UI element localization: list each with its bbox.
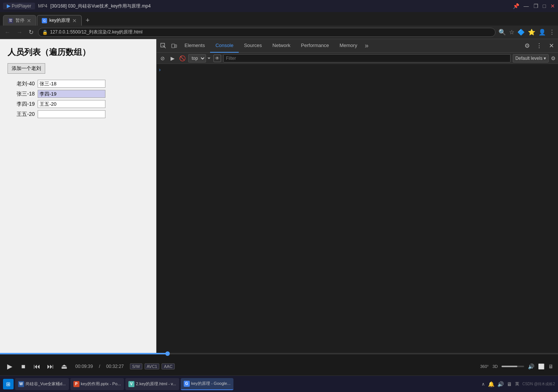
devtools-panel: Elements Console Sources Network Perform… <box>156 39 558 353</box>
taskbar-display-icon[interactable]: 🖥 <box>507 381 512 387</box>
list-item: 王五-20 <box>17 110 149 118</box>
menu-button[interactable]: ⋮ <box>549 29 555 36</box>
reload-button[interactable]: ↻ <box>27 28 35 36</box>
tab-memory[interactable]: Memory <box>334 39 363 53</box>
browser2-icon: G <box>184 381 190 387</box>
list-item-input-4[interactable] <box>38 110 105 118</box>
profile-button[interactable]: 👤 <box>538 29 546 36</box>
tab-network[interactable]: Network <box>267 39 296 53</box>
taskbar-bell-icon[interactable]: 🔔 <box>488 381 494 387</box>
taskbar-up-icon[interactable]: ∧ <box>482 381 485 387</box>
taskbar-volume-icon[interactable]: 🔊 <box>497 381 504 387</box>
tab-elements[interactable]: Elements <box>179 39 210 53</box>
extension1-button[interactable]: 🔷 <box>517 29 525 36</box>
console-expand-arrow[interactable]: › <box>159 67 161 73</box>
volume-bar[interactable] <box>502 366 524 367</box>
context-selector[interactable]: top <box>188 54 206 62</box>
list-item-label-1: 老刘-40 <box>17 81 35 87</box>
inspect-element-button[interactable] <box>158 41 169 51</box>
default-levels-selector[interactable]: Default levels ▾ <box>513 54 549 62</box>
eye-button[interactable]: 👁 <box>213 55 221 62</box>
stop-button[interactable]: ■ <box>18 361 29 372</box>
minimize-button[interactable]: — <box>524 3 529 9</box>
taskbar: ⊞ W 尚硅谷_Vue全家桶d... P key的作用.pptx - Po...… <box>0 375 558 392</box>
clear-console-button[interactable]: ⊘ <box>159 55 166 62</box>
url-bar[interactable]: 🔒 127.0.0.1:5500/12_列表渲染/2.key的原理.html <box>38 28 495 37</box>
forward-button[interactable]: → <box>15 28 24 36</box>
media-separator: / <box>99 364 100 369</box>
file-label: [30/168] 030_尚硅谷Vue技术_key作用与原理.mp4 <box>50 3 151 9</box>
start-button[interactable]: ⊞ <box>3 379 14 389</box>
default-levels-label: Default levels ▾ <box>515 56 546 61</box>
media-right-controls: 360° 3D 🔊 ⬜ 🖥 <box>480 363 553 369</box>
aac-tag: AAC <box>162 363 175 369</box>
console-settings-button[interactable]: ⚙ <box>551 55 556 61</box>
devtools-more-button[interactable]: ⋮ <box>534 41 544 51</box>
devtools-close-button[interactable]: ✕ <box>546 41 556 51</box>
tab-1[interactable]: 暂 暂停 ✕ <box>3 15 36 26</box>
devtools-toolbar: Elements Console Sources Network Perform… <box>157 39 558 53</box>
more-tabs-button[interactable]: » <box>363 42 371 50</box>
block-button[interactable]: 🚫 <box>178 55 186 62</box>
taskbar-item-browser2-label: key的原理 - Google... <box>191 381 231 386</box>
address-controls: 🔍 ☆ 🔷 ⭐ 👤 ⋮ <box>499 29 555 36</box>
list-item: 老刘-40 <box>17 80 149 88</box>
tab-2[interactable]: G key的原理 ✕ <box>37 15 82 26</box>
zoom-button[interactable]: 🔍 <box>499 29 506 36</box>
play-button[interactable]: ▶ <box>5 361 15 372</box>
tab-bar: 暂 暂停 ✕ G key的原理 ✕ + <box>0 12 558 26</box>
list-item-label-3: 李四-19 <box>17 101 35 108</box>
restore-button[interactable]: ❐ <box>534 3 538 9</box>
tab-1-close[interactable]: ✕ <box>27 18 31 24</box>
taskbar-item-word[interactable]: W 尚硅谷_Vue全家桶d... <box>15 378 69 390</box>
devtools-settings-button[interactable]: ⚙ <box>522 41 532 51</box>
pin-button[interactable]: 📌 <box>513 3 519 9</box>
taskbar-item-pptx[interactable]: P key的作用.pptx - Po... <box>70 378 124 390</box>
chevron-down-icon <box>207 56 211 61</box>
tab-2-close[interactable]: ✕ <box>72 18 77 24</box>
list-item-input-2[interactable] <box>38 90 105 98</box>
app-label[interactable]: ▶ PotPlayer <box>3 3 35 9</box>
back-button[interactable]: ← <box>3 28 12 36</box>
taskbar-item-browser1-label: 2.key的原理.html - v... <box>136 381 176 387</box>
run-script-button[interactable]: ▶ <box>169 55 176 62</box>
pip-icon[interactable]: 🖥 <box>548 363 553 369</box>
add-person-button[interactable]: 添加一个老刘 <box>8 63 45 74</box>
taskbar-item-browser1[interactable]: V 2.key的原理.html - v... <box>125 378 179 390</box>
close-button[interactable]: ✕ <box>550 3 555 9</box>
media-progress-bar[interactable] <box>0 353 558 354</box>
prev-button[interactable]: ⏮ <box>32 361 42 372</box>
taskbar-csdn-watermark: CSDN @待木成栋2 <box>522 381 555 387</box>
tab-console[interactable]: Console <box>210 39 239 53</box>
tab-2-label: key的原理 <box>49 17 70 24</box>
media-current-time: 00:09:39 <box>75 364 93 369</box>
bookmark-button[interactable]: ☆ <box>509 29 514 36</box>
webpage-content: 人员列表（遍历数组） 添加一个老刘 老刘-40 张三-18 李四-19 王五-2… <box>0 39 156 353</box>
pptx-icon: P <box>73 381 79 387</box>
list-item-input-3[interactable] <box>38 100 105 108</box>
next-button[interactable]: ⏭ <box>45 361 56 372</box>
taskbar-lang[interactable]: 英 <box>515 381 519 387</box>
eject-button[interactable]: ⏏ <box>59 361 69 372</box>
list-item-label-4: 王五-20 <box>17 111 35 118</box>
tab-sources[interactable]: Sources <box>239 39 267 53</box>
fullscreen-icon[interactable]: ⬜ <box>538 363 544 369</box>
svg-line-1 <box>163 45 166 48</box>
device-toolbar-button[interactable] <box>169 41 179 51</box>
media-total-time: 00:32:27 <box>106 364 124 369</box>
maximize-button[interactable]: □ <box>543 3 546 9</box>
taskbar-item-browser2[interactable]: G key的原理 - Google... <box>181 378 234 390</box>
list-item: 张三-18 <box>17 90 149 98</box>
media-progress-thumb[interactable] <box>165 351 170 356</box>
browser1-icon: V <box>128 381 134 387</box>
extension2-button[interactable]: ⭐ <box>528 29 535 36</box>
console-content: › <box>157 64 558 353</box>
filter-input[interactable] <box>223 54 511 62</box>
tab-performance[interactable]: Performance <box>296 39 334 53</box>
new-tab-button[interactable]: + <box>82 15 93 26</box>
sw-tag: S/W <box>130 363 142 369</box>
badge-360: 360° <box>480 364 489 369</box>
list-item-input-1[interactable] <box>38 80 105 88</box>
window-controls: 📌 — ❐ □ ✕ <box>513 3 555 9</box>
volume-icon[interactable]: 🔊 <box>528 363 534 369</box>
